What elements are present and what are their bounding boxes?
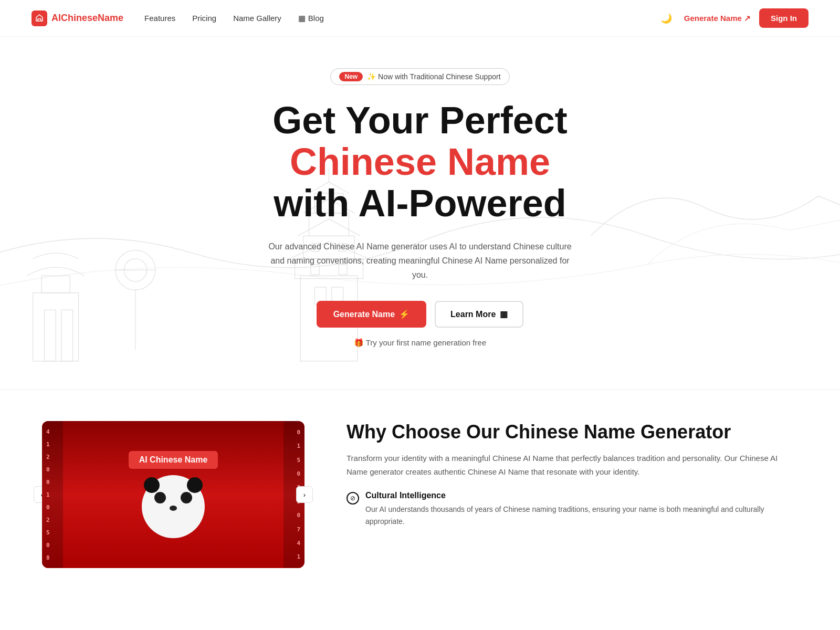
hero-subtext: Our advanced Chinese AI Name generator u… [262,239,578,282]
feature-text-wrapper: Cultural Intelligence Our AI understands… [365,491,798,527]
panda-image: 41200102508 0150350741 AI Chinese Name [42,421,304,568]
flash-icon: ⚡ [399,309,410,319]
panda-title: AI Chinese Name [129,451,218,469]
book-icon: ▦ [500,309,508,319]
panda-ear-right [187,477,203,493]
hero-section: New ✨ Now with Traditional Chinese Suppo… [0,37,840,390]
image-next-button[interactable]: › [296,486,313,503]
panda-eye-right [181,492,192,503]
logo-icon [32,10,47,26]
nav-pricing[interactable]: Pricing [192,14,216,23]
panda-container: 41200102508 0150350741 AI Chinese Name [42,421,304,568]
nav-links: Features Pricing Name Gallery ▦ Blog [144,14,324,23]
dark-mode-button[interactable]: 🌙 [657,9,676,28]
logo-text: AIChineseName [51,13,123,24]
section2-right: Why Choose Our Chinese Name Generator Tr… [346,421,798,568]
nav-features[interactable]: Features [144,14,175,23]
hero-content: New ✨ Now with Traditional Chinese Suppo… [10,68,830,348]
nav-name-gallery[interactable]: Name Gallery [233,14,281,23]
hero-free-text: 🎁 Try your first name generation free [10,338,830,348]
navbar: AIChineseName Features Pricing Name Gall… [0,0,840,37]
panda-ear-left [144,477,160,493]
section2-description: Transform your identity with a meaningfu… [346,452,798,478]
panda-eye-left [154,492,166,503]
nav-left: AIChineseName Features Pricing Name Gall… [32,10,324,26]
generate-name-button[interactable]: Generate Name ⚡ [317,301,426,328]
generate-name-label: Generate Name [333,310,395,319]
hero-headline: Get Your Perfect Chinese Name with AI-Po… [10,100,830,225]
section2-left: ‹ 41200102508 0150350741 AI Chinese Name [42,421,304,568]
nav-blog[interactable]: ▦ Blog [298,14,324,23]
badge-new-label: New [339,72,363,81]
feature-title: Cultural Intelligence [365,491,798,500]
sign-in-button[interactable]: Sign In [759,8,808,28]
panda-face [142,475,205,538]
image-wrapper: ‹ 41200102508 0150350741 AI Chinese Name [42,421,304,568]
why-choose-section: ‹ 41200102508 0150350741 AI Chinese Name [0,390,840,600]
blog-icon: ▦ [298,14,306,23]
headline-line1: Get Your Perfect [272,99,568,141]
headline-line3: with AI-Powered [274,182,566,224]
badge-text: ✨ Now with Traditional Chinese Support [367,72,500,81]
feature-cultural-intelligence: ⊘ Cultural Intelligence Our AI understan… [346,491,798,527]
code-numbers-left: 41200102508 [42,421,63,568]
learn-more-label: Learn More [450,310,496,319]
feature-icon: ⊘ [346,492,359,505]
nav-right: 🌙 Generate Name ↗ Sign In [657,8,808,28]
logo-link[interactable]: AIChineseName [32,10,123,26]
hero-badge: New ✨ Now with Traditional Chinese Suppo… [330,68,509,85]
feature-desc: Our AI understands thousands of years of… [365,503,798,527]
generate-name-link[interactable]: Generate Name ↗ [684,14,751,23]
learn-more-button[interactable]: Learn More ▦ [435,301,523,328]
hero-buttons: Generate Name ⚡ Learn More ▦ [10,301,830,328]
section2-heading: Why Choose Our Chinese Name Generator [346,421,798,443]
headline-line2: Chinese Name [10,141,830,183]
panda-nose [170,506,177,511]
